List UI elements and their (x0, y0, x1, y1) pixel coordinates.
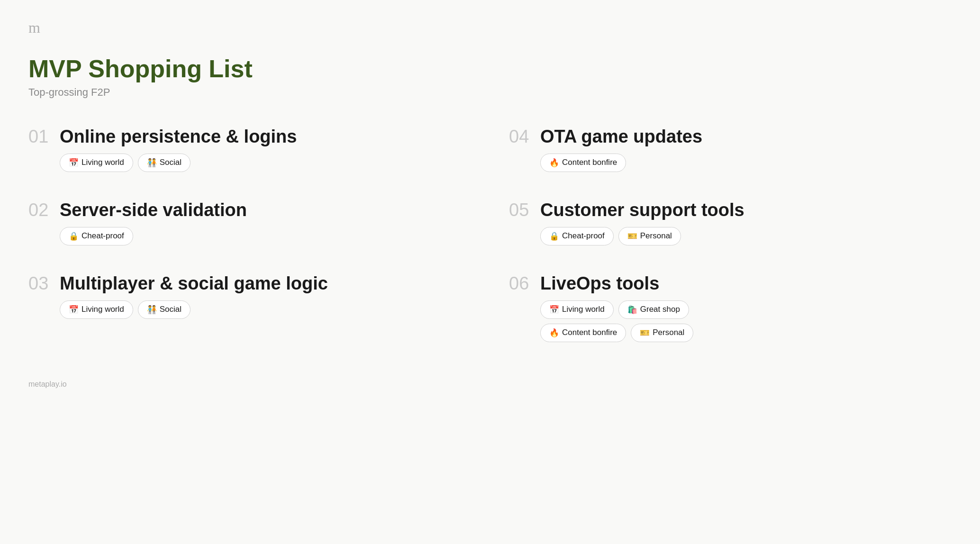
tag-label: Personal (640, 231, 672, 241)
tag-icon: 🔥 (549, 158, 559, 168)
item-title: Customer support tools (540, 200, 744, 220)
tag: 📅Living world (60, 300, 133, 319)
item-title: Server-side validation (60, 200, 247, 220)
tags-row: 📅Living world🧑‍🤝‍🧑Social (28, 300, 471, 319)
tag-icon: 📅 (69, 305, 79, 315)
tag-label: Great shop (640, 305, 680, 314)
list-item: 02Server-side validation🔒Cheat-proof (28, 200, 471, 245)
tag-label: Living world (82, 305, 124, 314)
tags-row: 🔒Cheat-proof (28, 227, 471, 245)
page-title: MVP Shopping List (28, 55, 952, 82)
tag-label: Social (160, 158, 181, 167)
tag-icon: 📅 (69, 158, 79, 168)
tag-label: Content bonfire (562, 328, 617, 337)
item-header: 01Online persistence & logins (28, 127, 471, 147)
tag-icon: 🎫 (640, 328, 650, 338)
item-number: 02 (28, 201, 52, 219)
tag-label: Social (160, 305, 181, 314)
page-subtitle: Top-grossing F2P (28, 86, 952, 99)
tag-icon: 🔒 (69, 231, 79, 241)
tag-icon: 🎫 (627, 231, 637, 241)
tag-label: Content bonfire (562, 158, 617, 167)
tags-row: 🔥Content bonfire (509, 154, 952, 172)
tag-icon: 🧑‍🤝‍🧑 (147, 305, 157, 315)
tag-icon: 🛍️ (627, 305, 637, 315)
tag-icon: 🔒 (549, 231, 559, 241)
list-item: 04OTA game updates🔥Content bonfire (509, 127, 952, 172)
item-title: OTA game updates (540, 127, 702, 147)
tag-icon: 🔥 (549, 328, 559, 338)
item-title: Online persistence & logins (60, 127, 297, 147)
tag-label: Living world (562, 305, 605, 314)
tag: 📅Living world (540, 300, 614, 319)
tag-label: Cheat-proof (562, 231, 605, 241)
logo: m (28, 19, 952, 36)
item-header: 02Server-side validation (28, 200, 471, 220)
item-header: 06LiveOps tools (509, 274, 952, 294)
item-header: 04OTA game updates (509, 127, 952, 147)
tag: 🧑‍🤝‍🧑Social (138, 154, 191, 172)
list-item: 05Customer support tools🔒Cheat-proof🎫Per… (509, 200, 952, 245)
footer: metaplay.io (28, 380, 952, 389)
tags-row: 📅Living world🛍️Great shop🔥Content bonfir… (509, 300, 952, 342)
tags-row: 📅Living world🧑‍🤝‍🧑Social (28, 154, 471, 172)
item-number: 06 (509, 274, 533, 292)
list-item: 01Online persistence & logins📅Living wor… (28, 127, 471, 172)
tag-label: Personal (653, 328, 684, 337)
item-number: 05 (509, 201, 533, 219)
tag-icon: 📅 (549, 305, 559, 315)
item-title: LiveOps tools (540, 274, 659, 294)
tag: 🛍️Great shop (618, 300, 689, 319)
item-header: 03Multiplayer & social game logic (28, 274, 471, 294)
item-title: Multiplayer & social game logic (60, 274, 328, 294)
list-item: 03Multiplayer & social game logic📅Living… (28, 274, 471, 342)
tag-icon: 🧑‍🤝‍🧑 (147, 158, 157, 168)
item-number: 04 (509, 127, 533, 145)
item-number: 01 (28, 127, 52, 145)
item-header: 05Customer support tools (509, 200, 952, 220)
tags-row: 🔒Cheat-proof🎫Personal (509, 227, 952, 245)
tag: 🔒Cheat-proof (60, 227, 133, 245)
tag: 🔥Content bonfire (540, 154, 626, 172)
tag: 🎫Personal (631, 324, 693, 342)
tag-label: Living world (82, 158, 124, 167)
tag: 📅Living world (60, 154, 133, 172)
item-number: 03 (28, 274, 52, 292)
tag-label: Cheat-proof (82, 231, 124, 241)
items-grid: 01Online persistence & logins📅Living wor… (28, 127, 952, 342)
tag: 🧑‍🤝‍🧑Social (138, 300, 191, 319)
tag: 🔒Cheat-proof (540, 227, 614, 245)
tag: 🎫Personal (618, 227, 681, 245)
tag: 🔥Content bonfire (540, 324, 626, 342)
list-item: 06LiveOps tools📅Living world🛍️Great shop… (509, 274, 952, 342)
